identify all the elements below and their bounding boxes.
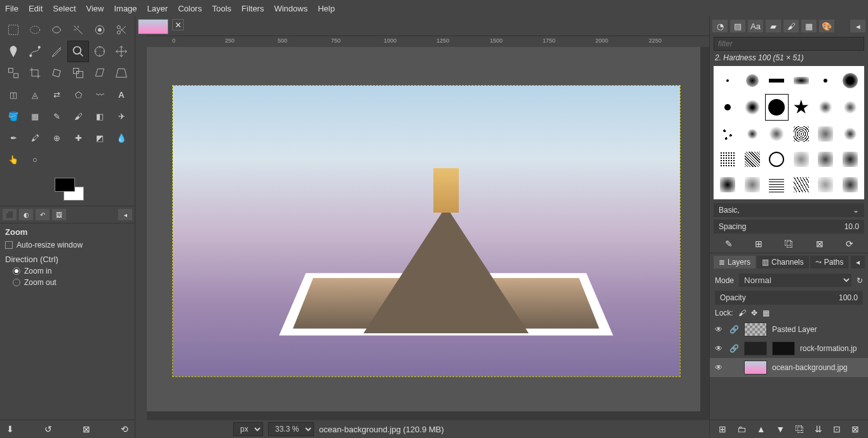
tool-handle-transform[interactable]: ◬ [24, 84, 46, 105]
dock-tab-patterns[interactable]: ▨ [730, 20, 745, 32]
layer-merge-icon[interactable]: ⇊ [815, 424, 822, 434]
link-icon[interactable]: 🔗 [729, 344, 739, 353]
brush-cell[interactable] [765, 147, 789, 171]
brush-cell[interactable] [814, 69, 837, 93]
brush-cell[interactable] [716, 122, 740, 146]
opacity-slider[interactable]: Opacity 100.0 [715, 291, 863, 305]
brush-cell[interactable] [741, 147, 764, 171]
tab-menu[interactable]: ◂ [851, 256, 865, 269]
dock-tab-brushes[interactable]: ◔ [712, 20, 728, 32]
tool-color-picker[interactable] [46, 41, 67, 62]
tool-ellipse-select[interactable] [24, 19, 46, 41]
save-options-icon[interactable]: ⬇ [6, 424, 14, 434]
tool-paintbrush[interactable]: 🖌 [67, 105, 89, 127]
dock-tab-paint[interactable]: 🖌 [783, 20, 799, 32]
tool-heal[interactable]: ✚ [67, 127, 89, 149]
tool-eraser[interactable]: ◧ [89, 105, 111, 127]
mode-select[interactable]: Normal [739, 274, 851, 287]
brush-cell[interactable] [741, 94, 764, 121]
canvas-viewport[interactable] [147, 47, 700, 411]
opt-tab-tool[interactable]: ⬛ [3, 209, 17, 220]
tool-shear[interactable] [89, 62, 111, 84]
layer-down-icon[interactable]: ▼ [776, 424, 785, 434]
tool-align[interactable] [3, 62, 24, 84]
ruler-horizontal[interactable]: 0 250 500 750 1000 1250 1500 1750 2000 2… [147, 36, 709, 47]
brush-cell[interactable] [716, 147, 740, 171]
tool-free-select[interactable] [46, 19, 67, 41]
tool-unified-transform[interactable]: ◫ [3, 84, 24, 105]
tool-fuzzy-select[interactable] [67, 19, 89, 41]
brush-cell[interactable] [814, 173, 837, 197]
menu-tools[interactable]: Tools [212, 4, 231, 13]
brush-cell[interactable] [790, 94, 813, 121]
visibility-icon[interactable]: 👁 [714, 363, 724, 372]
layer-up-icon[interactable]: ▲ [757, 424, 766, 434]
dock-tab-gradients[interactable]: ▰ [766, 20, 781, 32]
dock-tab-menu[interactable]: ◂ [850, 20, 865, 32]
brush-cell[interactable] [839, 69, 862, 93]
lock-position-icon[interactable]: ✥ [751, 309, 757, 317]
zoom-out-radio[interactable]: Zoom out [13, 278, 130, 287]
lock-alpha-icon[interactable]: ▦ [763, 309, 770, 317]
tool-measure[interactable] [89, 41, 111, 62]
brush-cell[interactable] [790, 69, 813, 93]
tool-cage[interactable]: ⬠ [67, 84, 89, 105]
brush-refresh-icon[interactable]: ⟳ [846, 239, 853, 249]
layer-delete-icon[interactable]: ⊠ [851, 424, 859, 434]
brush-cell-selected[interactable] [765, 94, 789, 121]
tool-gradient[interactable]: ▦ [24, 105, 46, 127]
brush-cell[interactable] [814, 94, 837, 121]
tool-perspective[interactable] [111, 62, 132, 84]
tab-channels[interactable]: ▥ Channels [757, 256, 809, 269]
brush-cell[interactable] [839, 94, 862, 121]
menu-colors[interactable]: Colors [178, 4, 202, 13]
brush-cell[interactable] [716, 173, 740, 197]
fg-color[interactable] [55, 178, 75, 192]
image-tab-close[interactable]: ✕ [172, 19, 184, 30]
dock-tab-tool-presets[interactable]: 🎨 [819, 20, 834, 32]
tool-text[interactable]: A [111, 84, 132, 105]
tool-scale[interactable] [67, 62, 89, 84]
ruler-vertical[interactable] [135, 47, 147, 411]
menu-help[interactable]: Help [318, 4, 335, 13]
dock-tab-fonts[interactable]: Aa [748, 20, 763, 32]
tool-airbrush[interactable]: ✈ [111, 105, 132, 127]
brush-cell[interactable] [839, 122, 862, 146]
visibility-icon[interactable]: 👁 [714, 344, 724, 353]
brush-cell[interactable] [790, 147, 813, 171]
menu-filters[interactable]: Filters [241, 4, 264, 13]
brush-cell[interactable] [716, 69, 740, 93]
tool-rotate[interactable] [46, 62, 67, 84]
tool-paths[interactable] [24, 41, 46, 62]
tool-dodge[interactable]: ○ [24, 149, 46, 170]
tab-layers[interactable]: ≣ Layers [714, 256, 756, 269]
tool-crop[interactable] [24, 62, 46, 84]
link-icon[interactable]: 🔗 [729, 325, 739, 334]
brush-cell[interactable] [765, 122, 789, 146]
reset-options-icon[interactable]: ⟲ [121, 424, 128, 434]
canvas[interactable] [172, 85, 681, 377]
layer-name[interactable]: rock-formation.jp [800, 344, 857, 353]
scrollbar-horizontal[interactable] [147, 411, 709, 420]
brush-edit-icon[interactable]: ✎ [725, 239, 733, 249]
tool-ink[interactable]: ✒ [3, 127, 24, 149]
tool-mypaint[interactable]: 🖍 [24, 127, 46, 149]
tool-perspective-clone[interactable]: ◩ [89, 127, 111, 149]
menu-select[interactable]: Select [53, 4, 76, 13]
dock-tab-palettes[interactable]: ▦ [801, 20, 817, 32]
tool-smudge[interactable]: 👆 [3, 149, 24, 170]
image-tab-0[interactable] [138, 19, 168, 34]
tab-paths[interactable]: ⤳ Paths [810, 256, 849, 269]
color-swatch[interactable] [48, 178, 86, 203]
brush-cell[interactable] [790, 122, 813, 146]
brush-filter-input[interactable] [714, 37, 864, 51]
layer-row[interactable]: 👁 🔗 rock-formation.jp [710, 339, 868, 358]
tool-move[interactable] [111, 41, 132, 62]
tool-flip[interactable]: ⇄ [46, 84, 67, 105]
layer-row[interactable]: 👁 ocean-background.jpg [710, 358, 868, 377]
delete-options-icon[interactable]: ⊠ [83, 424, 90, 434]
tool-blur[interactable]: 💧 [111, 127, 132, 149]
menu-layer[interactable]: Layer [147, 4, 168, 13]
layer-group-icon[interactable]: 🗀 [737, 424, 746, 434]
tool-bucket-fill[interactable]: 🪣 [3, 105, 24, 127]
